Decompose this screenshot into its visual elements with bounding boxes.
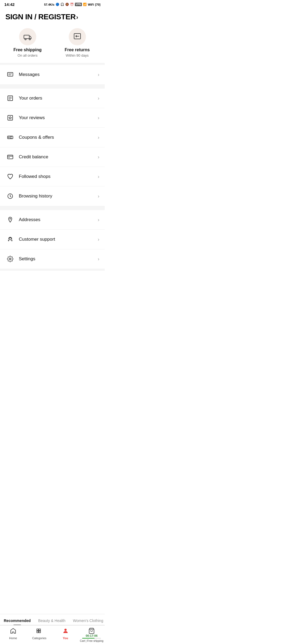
- svg-point-2: [29, 39, 30, 40]
- svg-point-1: [25, 39, 26, 40]
- reviews-icon: [5, 113, 15, 123]
- credit-label: Credit balance: [19, 154, 98, 160]
- support-arrow: ›: [98, 237, 99, 242]
- coupons-label: Coupons & offers: [19, 135, 98, 140]
- alarm-icon: ⏰: [70, 3, 74, 6]
- sign-in-section[interactable]: SIGN IN / REGISTER›: [0, 8, 105, 24]
- messages-label: Messages: [19, 72, 98, 77]
- support-label: Customer support: [19, 237, 98, 242]
- browsing-history-label: Browsing history: [19, 193, 98, 199]
- svg-point-13: [9, 238, 11, 240]
- settings-item[interactable]: Settings ›: [0, 249, 105, 269]
- mute-icon: 🔕: [65, 3, 69, 6]
- account-section: Your orders › Your reviews › Coupons & o…: [0, 89, 105, 208]
- coupons-arrow: ›: [98, 135, 99, 140]
- history-icon: [5, 191, 15, 201]
- coupons-icon: [5, 133, 15, 142]
- messages-arrow: ›: [98, 72, 99, 78]
- perks-section: Free shipping On all orders Free returns…: [0, 24, 105, 65]
- addresses-label: Addresses: [19, 217, 98, 222]
- credit-balance-item[interactable]: Credit balance ›: [0, 147, 105, 167]
- headset-icon: 🎧: [60, 3, 64, 6]
- returns-sub: Within 90 days: [66, 53, 89, 57]
- spacer-1: [0, 86, 105, 89]
- addresses-item[interactable]: Addresses ›: [0, 210, 105, 230]
- settings-section: Addresses › Customer support › Settings …: [0, 210, 105, 271]
- shipping-title: Free shipping: [13, 47, 42, 52]
- svg-rect-9: [8, 155, 13, 159]
- customer-support-item[interactable]: Customer support ›: [0, 230, 105, 249]
- status-icons: 57.4K/s 🔵 🎧 🔕 ⏰ VPN 📶 WiFi [70]: [44, 3, 100, 6]
- reviews-label: Your reviews: [19, 115, 98, 120]
- sign-in-chevron: ›: [76, 14, 78, 21]
- returns-title: Free returns: [65, 47, 90, 52]
- messages-section: Messages ›: [0, 65, 105, 86]
- svg-point-8: [8, 137, 9, 138]
- heart-icon: [5, 172, 15, 181]
- wifi-icon: WiFi: [88, 3, 94, 6]
- spacer-2: [0, 208, 105, 210]
- reviews-arrow: ›: [98, 115, 99, 121]
- support-icon: [5, 235, 15, 244]
- perk-free-shipping: Free shipping On all orders: [3, 28, 52, 57]
- credit-icon: [5, 152, 15, 162]
- settings-icon: [5, 254, 15, 264]
- followed-shops-item[interactable]: Followed shops ›: [0, 167, 105, 186]
- location-icon: [5, 215, 15, 225]
- bottom-spacer: [0, 271, 105, 308]
- orders-arrow: ›: [98, 96, 99, 101]
- messages-icon: [5, 70, 15, 79]
- credit-arrow: ›: [98, 154, 99, 160]
- battery-icon: [70]: [95, 3, 100, 6]
- coupons-item[interactable]: Coupons & offers ›: [0, 128, 105, 147]
- perk-free-returns: Free returns Within 90 days: [52, 28, 102, 57]
- your-orders-item[interactable]: Your orders ›: [0, 89, 105, 108]
- browsing-history-item[interactable]: Browsing history ›: [0, 186, 105, 206]
- returns-icon: [69, 28, 86, 45]
- svg-rect-4: [8, 72, 13, 76]
- signal-icon: 📶: [83, 3, 87, 6]
- orders-icon: [5, 93, 15, 103]
- status-bar: 14:42 57.4K/s 🔵 🎧 🔕 ⏰ VPN 📶 WiFi [70]: [0, 0, 105, 8]
- svg-point-14: [9, 258, 11, 260]
- status-time: 14:42: [4, 2, 15, 7]
- bluetooth-icon: 🔵: [56, 3, 59, 6]
- shipping-icon: [19, 28, 36, 45]
- network-speed: 57.4K/s: [44, 3, 55, 6]
- vpn-icon: VPN: [75, 3, 82, 6]
- your-reviews-item[interactable]: Your reviews ›: [0, 108, 105, 128]
- browsing-history-arrow: ›: [98, 193, 99, 199]
- followed-shops-label: Followed shops: [19, 174, 98, 179]
- messages-item[interactable]: Messages ›: [0, 65, 105, 84]
- sign-in-link[interactable]: SIGN IN / REGISTER›: [5, 13, 78, 21]
- svg-rect-0: [24, 35, 29, 39]
- followed-shops-arrow: ›: [98, 174, 99, 180]
- settings-arrow: ›: [98, 256, 99, 262]
- orders-label: Your orders: [19, 96, 98, 101]
- svg-point-12: [10, 218, 11, 219]
- addresses-arrow: ›: [98, 217, 99, 223]
- svg-rect-10: [8, 157, 10, 158]
- settings-label: Settings: [19, 256, 98, 262]
- shipping-sub: On all orders: [17, 53, 37, 57]
